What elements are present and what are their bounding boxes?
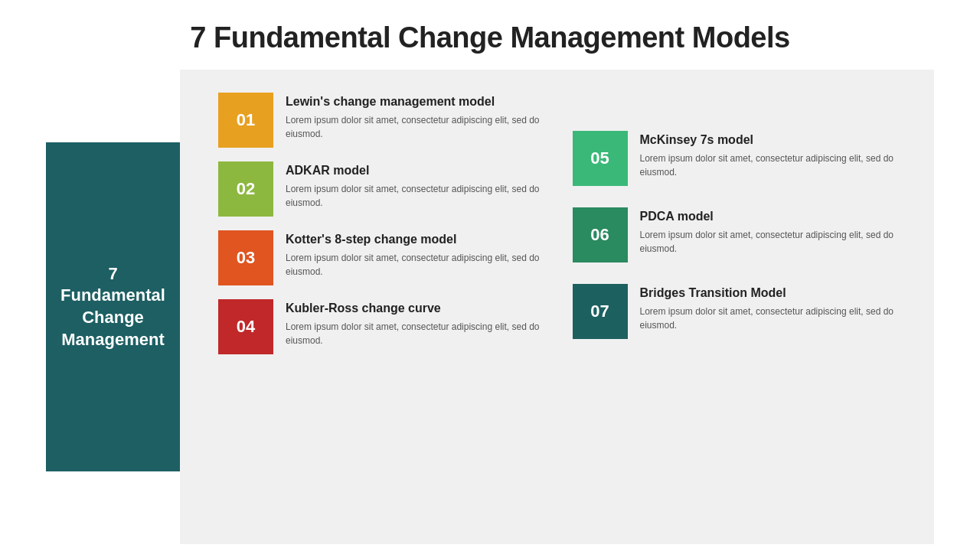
model-text-04: Kubler-Ross change curve Lorem ipsum dol… xyxy=(286,299,550,347)
number-05: 05 xyxy=(590,148,609,168)
model-title-05: McKinsey 7s model xyxy=(640,132,904,148)
model-title-07: Bridges Transition Model xyxy=(640,285,904,302)
sidebar: 7 Fundamental Change Management xyxy=(46,142,180,471)
number-03: 03 xyxy=(237,248,255,268)
sidebar-label: 7 Fundamental Change Management xyxy=(60,263,165,350)
right-column: 05 McKinsey 7s model Lorem ipsum dolor s… xyxy=(573,93,904,521)
model-title-01: Lewin's change management model xyxy=(286,94,550,110)
model-text-03: Kotter's 8-step change model Lorem ipsum… xyxy=(286,230,550,279)
model-text-01: Lewin's change management model Lorem ip… xyxy=(286,93,550,141)
model-title-02: ADKAR model xyxy=(286,163,550,179)
number-box-07: 07 xyxy=(573,284,628,339)
model-desc-02: Lorem ipsum dolor sit amet, consectetur … xyxy=(286,182,550,210)
content-panel: 01 Lewin's change management model Lorem… xyxy=(180,70,934,544)
model-item-06: 06 PDCA model Lorem ipsum dolor sit amet… xyxy=(573,207,904,262)
number-07: 07 xyxy=(590,302,609,321)
model-text-05: McKinsey 7s model Lorem ipsum dolor sit … xyxy=(640,131,904,179)
model-text-02: ADKAR model Lorem ipsum dolor sit amet, … xyxy=(286,161,550,210)
model-desc-03: Lorem ipsum dolor sit amet, consectetur … xyxy=(286,251,550,279)
model-item-02: 02 ADKAR model Lorem ipsum dolor sit ame… xyxy=(218,161,550,217)
number-02: 02 xyxy=(237,179,255,199)
model-item-07: 07 Bridges Transition Model Lorem ipsum … xyxy=(573,284,904,339)
number-06: 06 xyxy=(590,225,609,245)
model-desc-06: Lorem ipsum dolor sit amet, consectetur … xyxy=(640,228,904,256)
two-columns: 01 Lewin's change management model Lorem… xyxy=(218,93,903,521)
number-box-03: 03 xyxy=(218,230,273,285)
left-column: 01 Lewin's change management model Lorem… xyxy=(218,93,550,521)
main-area: 7 Fundamental Change Management 01 Lewin… xyxy=(46,70,934,544)
model-desc-01: Lorem ipsum dolor sit amet, consectetur … xyxy=(286,113,550,141)
model-desc-05: Lorem ipsum dolor sit amet, consectetur … xyxy=(640,152,904,179)
model-item-05: 05 McKinsey 7s model Lorem ipsum dolor s… xyxy=(573,131,904,186)
model-item-04: 04 Kubler-Ross change curve Lorem ipsum … xyxy=(218,299,550,354)
number-04: 04 xyxy=(237,317,255,337)
number-box-05: 05 xyxy=(573,131,628,186)
number-box-06: 06 xyxy=(573,207,628,262)
number-box-01: 01 xyxy=(218,93,273,148)
model-title-03: Kotter's 8-step change model xyxy=(286,232,550,248)
model-text-07: Bridges Transition Model Lorem ipsum dol… xyxy=(640,284,904,332)
model-text-06: PDCA model Lorem ipsum dolor sit amet, c… xyxy=(640,207,904,256)
page-title: 7 Fundamental Change Management Models xyxy=(0,0,980,70)
number-box-04: 04 xyxy=(218,299,273,354)
number-01: 01 xyxy=(237,110,255,130)
number-box-02: 02 xyxy=(218,161,273,217)
model-desc-07: Lorem ipsum dolor sit amet, consectetur … xyxy=(640,305,904,332)
model-title-04: Kubler-Ross change curve xyxy=(286,301,550,317)
model-title-06: PDCA model xyxy=(640,209,904,225)
model-item-03: 03 Kotter's 8-step change model Lorem ip… xyxy=(218,230,550,285)
model-desc-04: Lorem ipsum dolor sit amet, consectetur … xyxy=(286,320,550,347)
model-item-01: 01 Lewin's change management model Lorem… xyxy=(218,93,550,148)
